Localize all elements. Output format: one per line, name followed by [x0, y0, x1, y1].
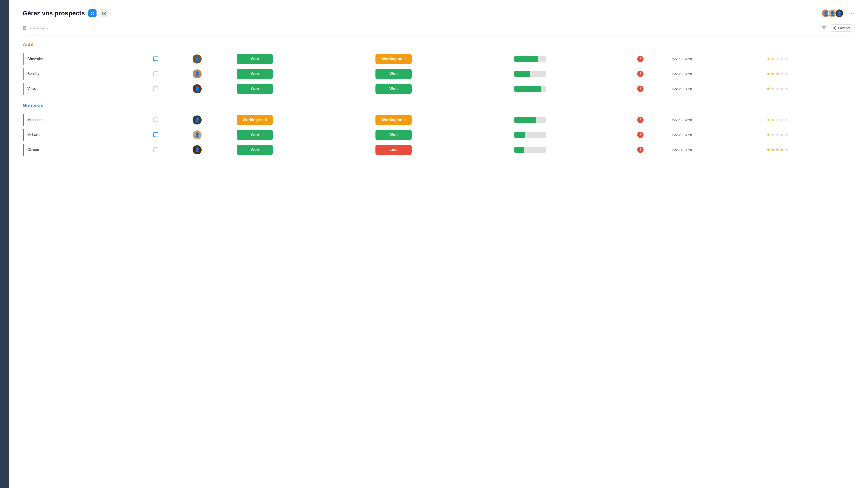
star-icon: ★	[784, 86, 788, 92]
star-icon: ★	[775, 147, 779, 153]
star-rating: ★★★★★	[766, 132, 852, 138]
status2-button[interactable]: Working on it	[375, 115, 412, 125]
chat-icon[interactable]	[152, 131, 160, 139]
star-rating: ★★★★★	[766, 147, 852, 153]
progress-bar	[514, 117, 546, 123]
status1-button[interactable]: Won	[237, 69, 273, 79]
sections-container: Actif Chevrolet 👤 Won Working on it !	[23, 42, 855, 158]
toolbar: Table view ▾ Partager	[23, 24, 855, 35]
svg-line-16	[834, 27, 835, 28]
star-icon: ★	[780, 132, 784, 138]
star-icon: ★	[784, 132, 788, 138]
alert-icon[interactable]: !	[637, 132, 644, 138]
share-label: Partager	[838, 26, 850, 30]
alert-icon[interactable]: !	[637, 71, 644, 77]
person-avatar: 👤	[193, 145, 202, 154]
alert-icon[interactable]: !	[637, 56, 644, 62]
more-options-button[interactable]: ···	[849, 10, 855, 16]
star-icon: ★	[780, 147, 784, 153]
progress-fill	[514, 117, 536, 123]
alert-icon[interactable]: !	[637, 147, 644, 153]
date-cell: Dec 26, 2020	[670, 82, 765, 96]
company-name: Chevrolet	[24, 52, 150, 66]
company-name: Mercedes	[24, 113, 150, 127]
header-right: 👤 👤 👤 ···	[822, 9, 855, 18]
svg-rect-0	[91, 12, 92, 13]
star-icon: ★	[771, 56, 775, 62]
table-row: Volvo 👤 Won Won ! Dec 26, 2020 ★★★★★	[23, 82, 855, 96]
progress-fill	[514, 71, 530, 77]
status1-button[interactable]: Won	[237, 84, 273, 94]
alert-icon[interactable]: !	[637, 86, 644, 92]
status1-button[interactable]: Won	[237, 130, 273, 140]
star-icon: ★	[775, 132, 779, 138]
svg-point-13	[835, 27, 836, 27]
table-icon-btn[interactable]	[88, 9, 96, 18]
table-view-button[interactable]: Table view ▾	[23, 26, 48, 30]
toolbar-right: Partager	[822, 24, 855, 32]
table-view-label: Table view	[28, 26, 44, 30]
star-icon: ★	[771, 71, 775, 76]
mail-icon-btn[interactable]	[100, 9, 108, 18]
star-rating: ★★★★★	[766, 71, 852, 76]
star-icon: ★	[775, 71, 779, 76]
alert-icon[interactable]: !	[637, 117, 644, 123]
star-icon: ★	[771, 147, 775, 153]
chat-icon[interactable]	[152, 146, 160, 154]
table-row: Chevrolet 👤 Won Working on it ! Dec 13, …	[23, 52, 855, 66]
star-icon: ★	[771, 117, 775, 123]
star-icon: ★	[780, 86, 784, 92]
table-row: Bentley 👤 Won Won ! Dec 25, 2020 ★★★★★	[23, 67, 855, 81]
status2-button[interactable]: Won	[375, 84, 412, 94]
star-icon: ★	[775, 117, 779, 123]
star-icon: ★	[766, 132, 770, 138]
date-cell: Dec 18, 2020	[670, 113, 765, 127]
table-row: Citroen 👤 Won Lost ! Dec 11, 2020 ★★★★★	[23, 142, 855, 157]
status2-button[interactable]: Won	[375, 130, 412, 140]
svg-line-17	[834, 28, 835, 29]
status1-button[interactable]: Won	[237, 54, 273, 64]
status2-button[interactable]: Won	[375, 69, 412, 79]
progress-fill	[514, 147, 524, 153]
company-name: Bentley	[24, 67, 150, 81]
chat-icon[interactable]	[152, 116, 160, 124]
status2-button[interactable]: Working on it	[375, 54, 412, 64]
avatar: 👤	[835, 9, 844, 18]
progress-bar	[514, 86, 546, 92]
chat-icon[interactable]	[152, 55, 160, 63]
filter-icon[interactable]	[822, 26, 826, 30]
progress-fill	[514, 132, 525, 138]
company-name: Volvo	[24, 82, 150, 96]
sidebar	[0, 0, 9, 488]
star-icon: ★	[766, 56, 770, 62]
progress-bar	[514, 132, 546, 138]
progress-fill	[514, 86, 541, 92]
date-cell: Dec 25, 2020	[670, 67, 765, 81]
date-cell: Dec 11, 2020	[670, 142, 765, 157]
table-actif: Chevrolet 👤 Won Working on it ! Dec 13, …	[23, 51, 855, 96]
svg-rect-1	[93, 12, 94, 13]
star-icon: ★	[766, 147, 770, 153]
table-nouveau: Mercedes 👤 Working on it Working on it !…	[23, 112, 855, 158]
star-icon: ★	[771, 132, 775, 138]
status1-button[interactable]: Working on it	[237, 115, 273, 125]
star-icon: ★	[771, 86, 775, 92]
share-button[interactable]: Partager	[829, 24, 855, 32]
star-icon: ★	[784, 71, 788, 76]
chat-icon[interactable]	[152, 70, 160, 78]
table-row: McLaren 👤 Won Won ! Dec 25, 2020 ★★★★★	[23, 128, 855, 142]
star-icon: ★	[775, 56, 779, 62]
chat-icon[interactable]	[152, 85, 160, 93]
status1-button[interactable]: Won	[237, 145, 273, 155]
status2-button[interactable]: Lost	[375, 145, 412, 155]
star-rating: ★★★★★	[766, 86, 852, 92]
star-icon: ★	[766, 117, 770, 123]
svg-rect-2	[91, 13, 92, 15]
section-title-nouveau: Nouveau	[23, 103, 855, 109]
chevron-down-icon: ▾	[46, 26, 48, 30]
star-icon: ★	[784, 56, 788, 62]
person-avatar: 👤	[193, 130, 202, 139]
star-rating: ★★★★★	[766, 56, 852, 62]
person-avatar: 👤	[193, 116, 202, 125]
progress-bar	[514, 147, 546, 153]
